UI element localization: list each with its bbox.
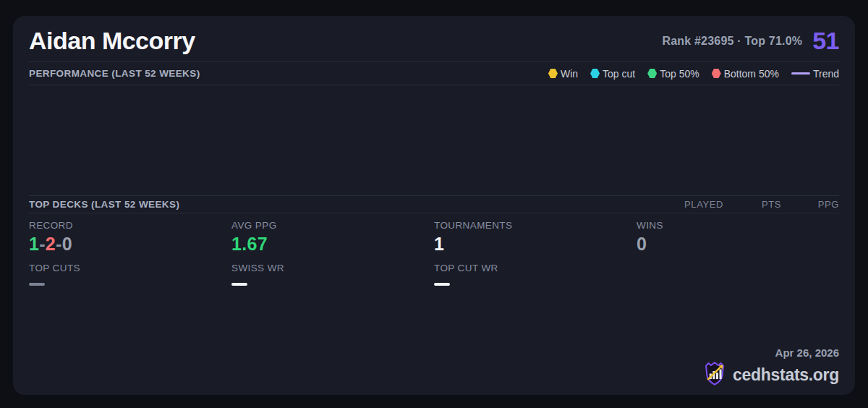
stat-value: 0 [637,235,839,253]
empty-value-dash [29,283,45,286]
stat-sublabel: TOP CUTS [29,263,231,273]
stat-value: 1 [434,235,637,253]
legend-item-win: Win [548,68,578,80]
stats-grid: RECORD1-2-0TOP CUTSAVG PPG1.67SWISS WRTO… [29,213,839,396]
legend-item-top-50-: Top 50% [647,68,699,80]
stat-record: RECORD1-2-0TOP CUTS [29,213,231,286]
record-part: 2 [46,234,56,254]
legend-label: Trend [813,68,839,80]
performance-header: PERFORMANCE (LAST 52 WEEKS) WinTop cutTo… [29,62,839,85]
performance-heading: PERFORMANCE (LAST 52 WEEKS) [29,68,200,79]
cedhstats-shield-logo-icon [702,360,727,389]
column-header-played: PLAYED [665,199,723,210]
stat-avg-ppg: AVG PPG1.67SWISS WR [231,213,434,286]
stat-label: AVG PPG [231,220,434,231]
stat-sublabel: TOP CUT WR [434,263,637,273]
legend-dot-icon [548,69,558,78]
brand-row: cedhstats.org [702,360,839,389]
legend-label: Win [561,68,578,80]
legend-label: Bottom 50% [724,68,779,80]
record-part: 1 [29,234,39,254]
stat-sublabel: SWISS WR [231,263,434,273]
empty-value-dash [434,283,450,286]
header-right: Rank #23695 · Top 71.0% 51 [662,27,839,55]
column-header-pts: PTS [723,199,781,210]
legend-dot-icon [712,69,721,78]
record-part: 0 [62,234,72,254]
stat-value: 1.67 [231,235,434,253]
stat-label: TOURNAMENTS [434,220,637,231]
player-stats-card: Aidan Mccorry Rank #23695 · Top 71.0% 51… [13,16,855,395]
stat-label: RECORD [29,220,231,231]
stat-tournaments: TOURNAMENTS1TOP CUT WR [434,213,637,286]
legend-item-top-cut: Top cut [590,68,635,80]
page-background: Aidan Mccorry Rank #23695 · Top 71.0% 51… [0,0,868,408]
legend-dot-icon [590,69,600,78]
top-decks-header: TOP DECKS (LAST 52 WEEKS) PLAYED PTS PPG [29,196,839,213]
top-decks-heading: TOP DECKS (LAST 52 WEEKS) [29,199,665,210]
stat-value: 1-2-0 [29,235,231,253]
stat-wins: WINS0 [637,213,839,286]
column-header-ppg: PPG [781,199,839,210]
empty-value-dash [231,283,247,286]
record-part: - [39,234,46,254]
card-header: Aidan Mccorry Rank #23695 · Top 71.0% 51 [29,16,839,61]
legend-label: Top 50% [660,68,699,80]
legend-label: Top cut [603,68,635,80]
player-name: Aidan Mccorry [29,27,195,55]
stat-label: WINS [637,220,839,231]
report-date: Apr 26, 2026 [775,347,839,359]
legend-dot-icon [647,69,657,78]
legend-item-bottom-50-: Bottom 50% [712,68,779,80]
record-part: - [56,234,62,254]
rank-text: Rank #23695 · Top 71.0% [662,35,802,48]
performance-chart-area [29,85,839,195]
trend-line-icon [791,72,810,75]
chart-legend: WinTop cutTop 50%Bottom 50%Trend [548,68,839,80]
footer: Apr 26, 2026 cedhstats.org [702,347,839,389]
legend-item-trend: Trend [791,68,839,80]
player-score: 51 [812,27,839,55]
brand-name: cedhstats.org [733,365,839,385]
